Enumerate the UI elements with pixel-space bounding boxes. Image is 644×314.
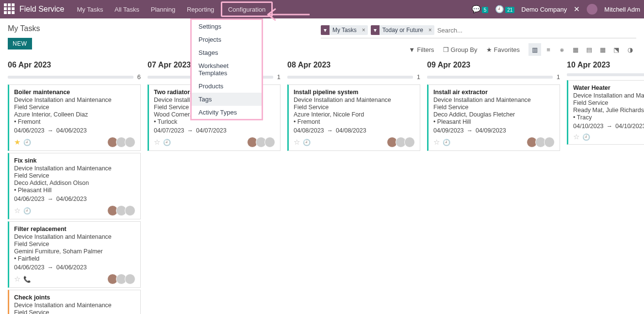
kanban-card[interactable]: Install pipeline system Device Installat… [287, 84, 420, 151]
column-date: 10 Apr 2023 [567, 61, 644, 69]
kanban-card[interactable]: Install air extractor Device Installatio… [427, 84, 560, 151]
clock-icon[interactable]: 🕘 [582, 133, 590, 141]
avatar[interactable] [404, 137, 415, 148]
activities-icon[interactable]: 🕘21 [495, 5, 514, 14]
company-name[interactable]: Demo Company [521, 6, 567, 13]
arrow-right-icon: → [48, 196, 54, 202]
facet-label: Today or Future [380, 25, 426, 35]
menu-configuration[interactable]: Configuration [221, 1, 273, 17]
card-title: Fix sink [14, 157, 135, 164]
dropdown-activity-types[interactable]: Activity Types [192, 106, 262, 119]
clock-icon[interactable]: 🕘 [163, 139, 171, 146]
star-icon[interactable]: ☆ [294, 138, 300, 147]
facet-remove[interactable]: × [360, 25, 368, 35]
kanban-card[interactable]: Filter replacement Device Installation a… [8, 221, 141, 288]
facet-label: My Tasks [330, 25, 360, 35]
dropdown-projects[interactable]: Projects [192, 33, 262, 46]
menu-all-tasks[interactable]: All Tasks [110, 0, 144, 18]
search-facet-my-tasks: ▾ My Tasks × [321, 25, 368, 35]
kanban-column: 06 Apr 20236 Boiler maintenance Device I… [8, 61, 141, 314]
star-icon[interactable]: ☆ [14, 206, 20, 215]
clock-icon[interactable]: 🕘 [23, 139, 31, 146]
menu-my-tasks[interactable]: My Tasks [72, 0, 108, 18]
funnel-icon: ▼ [409, 46, 415, 53]
avatar[interactable] [544, 137, 555, 148]
kanban-column: 09 Apr 20231 Install air extractor Devic… [427, 61, 560, 153]
search-input[interactable] [437, 27, 636, 34]
view-map-icon[interactable]: ⎈ [556, 43, 568, 56]
avatar[interactable] [125, 137, 135, 148]
view-activity-icon[interactable]: ◑ [624, 43, 636, 56]
card-title: Check joints [14, 294, 135, 301]
user-name[interactable]: Mitchell Adm [604, 6, 640, 13]
view-graph-icon[interactable]: ⬔ [610, 43, 623, 56]
star-icon[interactable]: ☆ [154, 138, 160, 147]
groupby-button[interactable]: ❒Group By [443, 46, 478, 53]
messages-icon[interactable]: 💬5 [472, 5, 489, 14]
kanban-card[interactable]: Boiler maintenance Device Installation a… [8, 84, 141, 151]
main-menu: My Tasks All Tasks Planning Reporting Co… [72, 0, 273, 18]
view-toolbar: ▼Filters ❒Group By ★Favorites ▥ ≡ ⎈ ▦ ▤ … [409, 43, 636, 56]
nav-right: 💬5 🕘21 Demo Company ✕ Mitchell Adm [472, 4, 640, 15]
dropdown-stages[interactable]: Stages [192, 46, 262, 59]
messages-badge: 5 [482, 7, 489, 13]
arrow-right-icon: → [187, 127, 194, 134]
star-icon[interactable]: ☆ [14, 275, 20, 283]
arrow-right-icon: → [327, 127, 333, 134]
apps-icon[interactable] [4, 3, 16, 15]
filters-button[interactable]: ▼Filters [409, 46, 434, 53]
filter-icon: ▾ [371, 25, 380, 35]
clock-icon[interactable]: 🕘 [23, 207, 31, 215]
search-box[interactable]: ▾ My Tasks × ▾ Today or Future × [321, 24, 636, 38]
column-date: 08 Apr 2023 [287, 61, 420, 69]
kanban-card[interactable]: Water Heater Device Installation and Mai… [567, 80, 644, 145]
avatar[interactable] [125, 274, 135, 284]
column-count: 1 [417, 73, 420, 81]
view-gantt-icon[interactable]: ▤ [583, 43, 595, 56]
progress-bar [427, 76, 553, 79]
favorites-button[interactable]: ★Favorites [486, 46, 520, 53]
tools-icon[interactable]: ✕ [574, 5, 580, 14]
search-facet-date: ▾ Today or Future × [371, 25, 434, 35]
new-button[interactable]: NEW [8, 38, 32, 50]
card-title: Boiler maintenance [14, 89, 135, 96]
filter-icon: ▾ [321, 25, 330, 35]
phone-icon[interactable]: 📞 [23, 276, 31, 283]
view-list-icon[interactable]: ≡ [542, 43, 555, 56]
kanban-card[interactable]: Fix sink Device Installation and Mainten… [8, 153, 141, 219]
annotation-arrow [267, 7, 311, 24]
arrow-right-icon: → [48, 127, 54, 134]
card-title: Filter replacement [14, 226, 135, 232]
star-icon[interactable]: ☆ [433, 138, 440, 147]
configuration-dropdown: Settings Projects Stages Worksheet Templ… [190, 18, 263, 120]
progress-bar [567, 73, 644, 76]
card-title: Install air extractor [433, 89, 555, 96]
dropdown-tags[interactable]: Tags [192, 93, 262, 106]
view-switcher: ▥ ≡ ⎈ ▦ ▤ ▦ ⬔ ◑ [528, 43, 636, 56]
star-icon: ★ [486, 46, 492, 53]
dropdown-products[interactable]: Products [192, 80, 262, 93]
facet-remove[interactable]: × [426, 25, 434, 35]
arrow-right-icon: → [607, 123, 613, 130]
view-pivot-icon[interactable]: ▦ [596, 43, 609, 56]
user-avatar[interactable] [587, 4, 597, 15]
star-icon[interactable]: ★ [14, 138, 20, 147]
dropdown-worksheet-templates[interactable]: Worksheet Templates [192, 59, 262, 80]
clock-icon[interactable]: 🕘 [303, 139, 311, 146]
kanban-column: 10 Apr 2023 Water Heater Device Installa… [567, 61, 644, 147]
brand-title: Field Service [19, 5, 64, 14]
activities-badge: 21 [505, 7, 514, 13]
avatar[interactable] [125, 205, 135, 216]
clock-icon[interactable]: 🕘 [443, 139, 450, 146]
menu-planning[interactable]: Planning [146, 0, 181, 18]
kanban-card[interactable]: Check joints Device Installation and Mai… [8, 290, 141, 314]
card-title: Water Heater [573, 84, 644, 91]
column-count: 1 [557, 73, 560, 81]
star-icon[interactable]: ☆ [573, 132, 579, 141]
column-count: 1 [277, 73, 281, 81]
dropdown-settings[interactable]: Settings [192, 20, 262, 33]
view-kanban-icon[interactable]: ▥ [528, 43, 541, 56]
menu-reporting[interactable]: Reporting [182, 0, 219, 18]
view-calendar-icon[interactable]: ▦ [569, 43, 582, 56]
avatar[interactable] [264, 137, 275, 148]
